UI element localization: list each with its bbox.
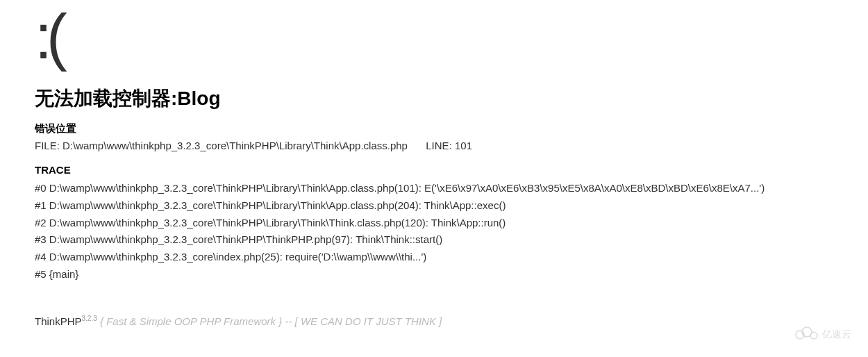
watermark-text: 亿速云 [821,329,851,340]
brand-name: ThinkPHP [35,315,82,327]
brand-version: 3.2.3 [82,315,97,322]
line-label: LINE: [426,140,452,151]
footer: ThinkPHP3.2.3 { Fast & Simple OOP PHP Fr… [35,315,868,341]
trace-line: #0 D:\wamp\www\thinkphp_3.2.3_core\Think… [35,180,868,197]
sad-face-icon: :( [35,0,868,75]
trace-line: #2 D:\wamp\www\thinkphp_3.2.3_core\Think… [35,215,868,232]
error-location-info: FILE: D:\wamp\www\thinkphp_3.2.3_core\Th… [35,140,868,151]
file-label: FILE: [35,140,60,151]
trace-header: TRACE [35,164,868,176]
error-title: 无法加载控制器:Blog [35,85,868,112]
file-path: D:\wamp\www\thinkphp_3.2.3_core\ThinkPHP… [62,140,408,151]
trace-line: #3 D:\wamp\www\thinkphp_3.2.3_core\Think… [35,231,868,249]
error-location-header: 错误位置 [35,122,868,135]
line-number: 101 [455,140,472,151]
brand-slogan: { Fast & Simple OOP PHP Framework } -- [… [100,315,442,327]
trace-line: #1 D:\wamp\www\thinkphp_3.2.3_core\Think… [35,197,868,215]
watermark-logo: 亿速云 [792,324,854,341]
trace-line: #5 {main} [35,266,868,283]
trace-line: #4 D:\wamp\www\thinkphp_3.2.3_core\index… [35,249,868,266]
svg-point-2 [810,332,817,339]
trace-list: #0 D:\wamp\www\thinkphp_3.2.3_core\Think… [35,180,868,283]
